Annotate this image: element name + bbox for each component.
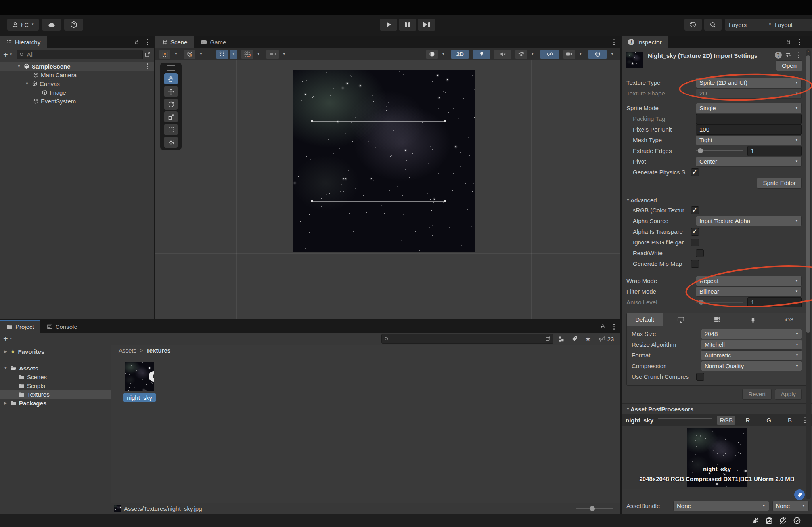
- asset-label[interactable]: night_sky: [123, 393, 156, 402]
- generate-physics-checkbox[interactable]: [691, 168, 699, 176]
- cache-server-disconnected-icon[interactable]: [763, 516, 775, 526]
- global-search-button[interactable]: [704, 19, 722, 31]
- project-tree-packages[interactable]: ▶ Packages: [0, 399, 111, 407]
- asset-thumbnail[interactable]: [125, 362, 154, 391]
- play-preview-icon[interactable]: [149, 371, 154, 382]
- texture-type-dropdown[interactable]: Sprite (2D and UI)▼: [696, 78, 802, 88]
- project-create-button[interactable]: +: [3, 335, 8, 343]
- assetbundle-dropdown[interactable]: None▼: [673, 501, 769, 511]
- header-menu-icon[interactable]: [795, 52, 802, 58]
- auto-refresh-disabled-icon[interactable]: [777, 516, 789, 526]
- effects-caret[interactable]: ▼: [529, 50, 536, 59]
- scene-visibility-toggle[interactable]: [540, 50, 559, 59]
- hierarchy-item-image[interactable]: Image: [0, 88, 154, 97]
- hierarchy-item-main-camera[interactable]: Main Camera: [0, 71, 154, 79]
- hierarchy-menu-icon[interactable]: [144, 39, 151, 45]
- tab-inspector[interactable]: i Inspector: [622, 36, 668, 48]
- breadcrumb-current[interactable]: Textures: [146, 347, 170, 354]
- channel-b-button[interactable]: B: [781, 416, 799, 425]
- open-new-window-icon[interactable]: [545, 336, 551, 342]
- read-write-checkbox[interactable]: [696, 249, 704, 257]
- preview-drag-handle[interactable]: [658, 418, 712, 422]
- platform-tab-android[interactable]: [735, 313, 771, 326]
- project-search-input[interactable]: [391, 335, 543, 343]
- wrap-mode-dropdown[interactable]: Repeat▼: [696, 276, 802, 286]
- grid-axis-button[interactable]: [216, 50, 228, 59]
- compression-dropdown[interactable]: Normal Quality▼: [701, 361, 802, 371]
- snap-increment-button[interactable]: [266, 50, 279, 59]
- account-button[interactable]: ŁC ▼: [7, 19, 39, 31]
- advanced-foldout[interactable]: ▼ Advanced: [622, 195, 812, 205]
- breadcrumb-root[interactable]: Assets: [119, 347, 136, 354]
- palette-drag-handle[interactable]: [167, 65, 175, 71]
- project-tree-favorites[interactable]: ▶ ★ Favorites: [0, 347, 111, 356]
- scene-lighting-toggle[interactable]: [473, 50, 490, 59]
- grid-snap-button[interactable]: [241, 50, 253, 59]
- packing-tag-field[interactable]: [696, 114, 802, 124]
- sprite-mode-dropdown[interactable]: Single▼: [696, 103, 802, 113]
- presets-icon[interactable]: [785, 52, 792, 58]
- layout-dropdown[interactable]: Layout ▼: [771, 19, 812, 31]
- scale-tool-button[interactable]: [164, 111, 178, 122]
- rect-transform-gizmo[interactable]: [312, 121, 445, 202]
- tab-hierarchy[interactable]: Hierarchy: [0, 36, 47, 48]
- hierarchy-item-canvas[interactable]: ▼ Canvas: [0, 79, 154, 88]
- effects-toggle[interactable]: [515, 50, 527, 59]
- tool-handle-rotation-caret[interactable]: ▼: [197, 50, 205, 59]
- revert-button[interactable]: Revert: [742, 389, 772, 400]
- channel-rgb-button[interactable]: RGB: [717, 416, 735, 425]
- project-search-field[interactable]: [381, 334, 553, 344]
- transform-tool-button[interactable]: [164, 137, 178, 148]
- tool-handle-position-button[interactable]: [159, 50, 170, 59]
- lock-icon[interactable]: [134, 39, 140, 45]
- scene-menu-icon[interactable]: [144, 63, 151, 69]
- play-button[interactable]: [380, 19, 397, 31]
- pivot-dropdown[interactable]: Center▼: [696, 157, 802, 167]
- lock-icon[interactable]: [600, 324, 606, 330]
- platform-tab-server[interactable]: [699, 313, 735, 326]
- inspector-scrollbar[interactable]: ▲: [806, 49, 811, 499]
- inspector-menu-icon[interactable]: [796, 39, 802, 45]
- disclosure-closed-icon[interactable]: ▶: [3, 401, 8, 405]
- project-create-caret-icon[interactable]: ▼: [10, 337, 13, 340]
- scrollbar-up-icon[interactable]: ▲: [806, 50, 811, 53]
- thumbnail-size-slider[interactable]: [576, 504, 613, 513]
- scrollbar-thumb[interactable]: [806, 55, 810, 333]
- 2d-toggle[interactable]: 2D: [451, 50, 469, 59]
- platform-tab-ios[interactable]: iOS: [771, 313, 807, 326]
- disclosure-closed-icon[interactable]: ▶: [3, 349, 8, 353]
- grid-snap-caret[interactable]: ▼: [255, 50, 262, 59]
- sprite-editor-button[interactable]: Sprite Editor: [757, 178, 802, 189]
- progress-ok-icon[interactable]: [791, 516, 803, 526]
- platform-tab-standalone[interactable]: [663, 313, 699, 326]
- scene-canvas[interactable]: [155, 60, 620, 319]
- search-by-label-icon[interactable]: [569, 336, 580, 342]
- gizmos-toggle[interactable]: [588, 50, 607, 59]
- scene-menu-icon[interactable]: [611, 39, 617, 45]
- resize-algorithm-dropdown[interactable]: Mitchell▼: [701, 340, 802, 350]
- gizmos-caret[interactable]: ▼: [608, 50, 616, 59]
- rect-tool-button[interactable]: [164, 124, 178, 135]
- channel-g-button[interactable]: G: [760, 416, 778, 425]
- search-by-type-icon[interactable]: [555, 336, 567, 342]
- assetbundle-variant-dropdown[interactable]: None▼: [772, 501, 809, 511]
- debugger-disabled-icon[interactable]: [749, 516, 761, 526]
- layers-dropdown[interactable]: Layers ▼: [725, 19, 776, 31]
- grid-axis-caret[interactable]: ▼: [230, 50, 237, 59]
- generate-mipmap-checkbox[interactable]: [691, 260, 699, 268]
- tool-handle-rotation-button[interactable]: [184, 50, 195, 59]
- project-tree-assets[interactable]: ▼ Assets: [0, 364, 111, 372]
- use-crunch-checkbox[interactable]: [696, 373, 704, 381]
- project-tree-scripts[interactable]: Scripts: [0, 381, 111, 390]
- alpha-is-transparency-checkbox[interactable]: [691, 228, 699, 236]
- favorites-filter-icon[interactable]: ★: [582, 335, 594, 343]
- hidden-packages-toggle[interactable]: 23: [596, 336, 617, 342]
- shading-mode-button[interactable]: [426, 50, 438, 59]
- open-button[interactable]: Open: [776, 60, 802, 71]
- undo-history-button[interactable]: [684, 19, 702, 31]
- disclosure-open-icon[interactable]: ▼: [25, 82, 29, 86]
- tab-console[interactable]: Console: [40, 320, 84, 333]
- lock-icon[interactable]: [785, 39, 791, 45]
- hierarchy-item-eventsystem[interactable]: EventSystem: [0, 97, 154, 105]
- version-control-button[interactable]: [64, 19, 83, 31]
